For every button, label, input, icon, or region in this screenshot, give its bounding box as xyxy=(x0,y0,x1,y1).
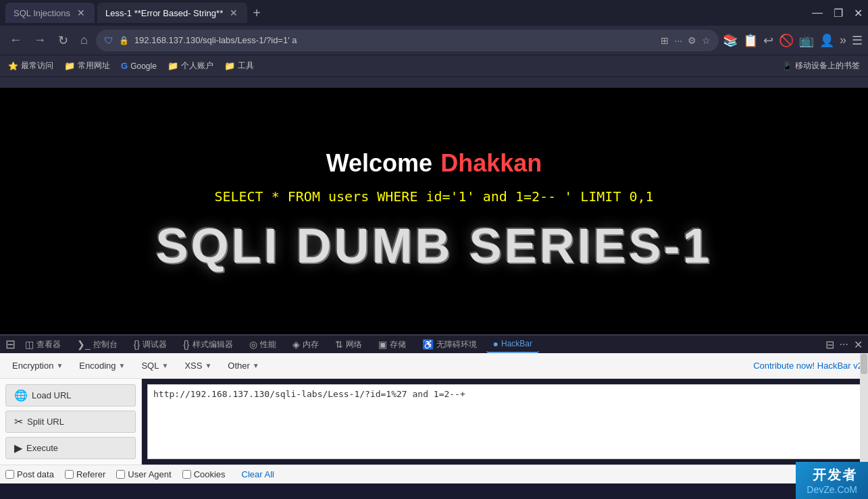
user-agent-checkbox[interactable] xyxy=(116,470,125,479)
devtools-tab-network[interactable]: ⇅ 网络 xyxy=(328,336,369,353)
bookmark-mobile[interactable]: 📱 移动设备上的书签 xyxy=(782,60,860,72)
split-url-label: Split URL xyxy=(27,417,64,427)
devtools-tab-accessibility[interactable]: ♿ 无障碍环境 xyxy=(415,336,484,353)
bookmark-google[interactable]: G Google xyxy=(121,61,157,71)
qr-icon[interactable]: ⊞ xyxy=(661,35,669,46)
google-icon: G xyxy=(121,61,128,71)
tab-label: 性能 xyxy=(260,339,276,350)
profile-icon[interactable]: 👤 xyxy=(819,33,834,48)
home-button[interactable]: ⌂ xyxy=(76,30,92,50)
sql-label: SQL xyxy=(141,361,159,371)
folder-icon: 📁 xyxy=(168,61,178,71)
bookmark-account[interactable]: 📁 个人账户 xyxy=(168,60,213,72)
devtools-tab-memory[interactable]: ◈ 内存 xyxy=(286,336,326,353)
sync-icon[interactable]: 📋 xyxy=(743,33,758,48)
cookies-checkbox[interactable] xyxy=(182,470,191,479)
split-url-button[interactable]: ✂ Split URL xyxy=(5,411,136,433)
other-menu[interactable]: Other ▼ xyxy=(221,358,265,373)
devzone-badge: 开发者 DevZe.CoM xyxy=(796,462,868,499)
sql-menu[interactable]: SQL ▼ xyxy=(134,358,175,373)
forward-button[interactable]: → xyxy=(30,30,50,50)
tab-label: 调试器 xyxy=(143,339,167,350)
hackbar-sidebar: 🌐 Load URL ✂ Split URL ▶ Execute xyxy=(0,379,142,465)
settings-icon[interactable]: ⚙ xyxy=(688,35,696,46)
referer-label: Referer xyxy=(76,469,105,479)
tab-less1[interactable]: Less-1 **Error Based- String** ✕ xyxy=(97,3,247,23)
undo-icon[interactable]: ↩ xyxy=(763,33,773,48)
devtools-close-icon[interactable]: ✕ xyxy=(854,338,863,351)
xss-menu[interactable]: XSS ▼ xyxy=(178,358,218,373)
devtools-tab-debugger[interactable]: {} 调试器 xyxy=(127,336,174,353)
devtools-icon[interactable]: ⊟ xyxy=(5,337,16,352)
post-data-checkbox[interactable] xyxy=(5,470,14,479)
devtools-tab-inspector[interactable]: ◫ 查看器 xyxy=(18,336,68,353)
mobile-icon: 📱 xyxy=(782,61,792,71)
devzone-line1: 开发者 xyxy=(807,466,857,484)
new-tab-button[interactable]: + xyxy=(253,5,261,21)
hackbar-main xyxy=(142,379,868,465)
url-input[interactable] xyxy=(134,35,655,45)
tab-close-1[interactable]: ✕ xyxy=(76,7,86,18)
memory-icon: ◈ xyxy=(292,339,300,350)
navigation-bar: ← → ↻ ⌂ 🛡 🔒 ⊞ ··· ⚙ ☆ 📚 📋 ↩ 🚫 📺 xyxy=(0,26,868,55)
extend-icon[interactable]: » xyxy=(840,33,846,47)
post-data-label: Post data xyxy=(17,469,54,479)
referer-checkbox[interactable] xyxy=(65,470,74,479)
tab-label: Less-1 **Error Based- String** xyxy=(105,8,223,18)
referer-checkbox-group: Referer xyxy=(65,469,105,479)
bookmark-most-visited[interactable]: ⭐ 最常访问 xyxy=(8,60,53,72)
block-icon[interactable]: 🚫 xyxy=(779,33,794,48)
user-agent-checkbox-group: User Agent xyxy=(116,469,171,479)
url-textarea[interactable] xyxy=(147,384,863,459)
url-actions: ⊞ ··· ⚙ ☆ xyxy=(661,35,711,46)
execute-button[interactable]: ▶ Execute xyxy=(5,437,136,459)
clear-all-button[interactable]: Clear All xyxy=(242,469,274,479)
cctv-icon[interactable]: 📺 xyxy=(799,33,814,48)
nav-right-icons: 📚 📋 ↩ 🚫 📺 👤 » ☰ xyxy=(723,33,863,48)
hackbar-dot-icon: ● xyxy=(493,338,499,349)
accessibility-icon: ♿ xyxy=(422,339,434,350)
reload-button[interactable]: ↻ xyxy=(54,30,72,51)
chevron-down-icon: ▼ xyxy=(56,362,63,369)
hackbar-content: Encryption ▼ Encoding ▼ SQL ▼ XSS ▼ Othe… xyxy=(0,353,868,483)
bookmark-star-icon[interactable]: ☆ xyxy=(702,35,711,46)
library-icon[interactable]: 📚 xyxy=(723,33,738,48)
debugger-icon: {} xyxy=(134,339,140,350)
tab-bar: SQL Injections ✕ Less-1 **Error Based- S… xyxy=(0,0,868,26)
bookmark-label: 工具 xyxy=(238,60,254,72)
tab-label: HackBar xyxy=(501,339,532,348)
devtools-tab-console[interactable]: ❯_ 控制台 xyxy=(70,336,124,353)
webpage-content: Welcome Dhakkan SELECT * FROM users WHER… xyxy=(0,88,868,334)
more-icon[interactable]: ··· xyxy=(674,35,682,46)
inspector-icon: ◫ xyxy=(25,339,34,350)
cookies-checkbox-group: Cookies xyxy=(182,469,226,479)
split-url-icon: ✂ xyxy=(14,415,23,428)
menu-icon[interactable]: ☰ xyxy=(852,33,863,48)
encryption-menu[interactable]: Encryption ▼ xyxy=(5,358,70,373)
devtools-tab-hackbar[interactable]: ● HackBar xyxy=(486,336,539,353)
devtools-controls: ⊟ ··· ✕ xyxy=(825,338,863,351)
tab-sql-injections[interactable]: SQL Injections ✕ xyxy=(5,3,95,23)
close-button[interactable]: ✕ xyxy=(854,7,863,20)
devtools-tab-storage[interactable]: ▣ 存储 xyxy=(372,336,413,353)
devtools-tab-performance[interactable]: ◎ 性能 xyxy=(242,336,283,353)
tab-label: 控制台 xyxy=(93,339,118,350)
bookmark-tools[interactable]: 📁 工具 xyxy=(224,60,254,72)
encoding-menu[interactable]: Encoding ▼ xyxy=(72,358,132,373)
bookmark-common-urls[interactable]: 📁 常用网址 xyxy=(64,60,110,72)
load-url-button[interactable]: 🌐 Load URL xyxy=(5,384,136,406)
minimize-button[interactable]: — xyxy=(812,7,823,20)
maximize-button[interactable]: ❐ xyxy=(834,7,843,20)
scroll-thumb xyxy=(861,354,867,374)
contribute-text[interactable]: Contribute now! HackBar v2 xyxy=(753,361,863,371)
back-button[interactable]: ← xyxy=(5,30,26,50)
devtools-more-icon[interactable]: ··· xyxy=(840,338,848,351)
devtools-expand-icon[interactable]: ⊟ xyxy=(825,338,834,351)
welcome-label: Welcome xyxy=(326,149,432,178)
dhakkan-label: Dhakkan xyxy=(440,149,542,178)
devtools-tab-style[interactable]: {} 样式编辑器 xyxy=(176,336,239,353)
url-bar[interactable]: 🛡 🔒 ⊞ ··· ⚙ ☆ xyxy=(96,30,719,51)
tab-close-2[interactable]: ✕ xyxy=(228,7,239,18)
hackbar-body: 🌐 Load URL ✂ Split URL ▶ Execute xyxy=(0,379,868,465)
sql-query-display: SELECT * FROM users WHERE id='1' and 1=2… xyxy=(214,188,653,205)
